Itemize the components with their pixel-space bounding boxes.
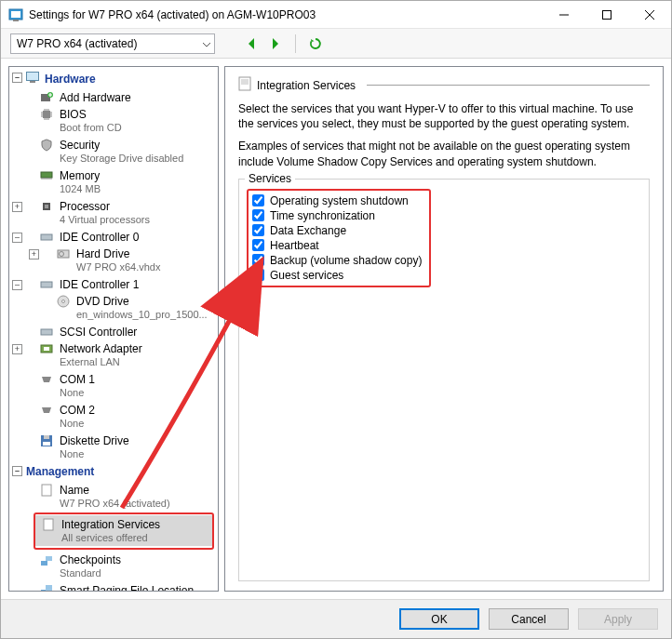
nav-integration-services-highlight: Integration Services All services offere… (34, 513, 214, 550)
title-divider (367, 85, 650, 86)
svg-rect-11 (43, 111, 50, 118)
nav-diskette[interactable]: Diskette Drive (9, 432, 218, 448)
network-icon (39, 341, 54, 356)
service-checkbox-guest[interactable]: Guest services (252, 268, 422, 283)
services-highlight: Operating system shutdown Time synchroni… (247, 189, 431, 287)
minimize-button[interactable] (543, 1, 585, 29)
titlebar: Settings for W7 PRO x64 (activated) on A… (1, 1, 671, 29)
collapse-icon[interactable]: – (12, 233, 22, 243)
svg-rect-18 (41, 282, 52, 287)
svg-rect-4 (603, 10, 612, 19)
nav-ide1[interactable]: –IDE Controller 1 (9, 275, 218, 292)
svg-rect-28 (44, 519, 53, 530)
collapse-icon[interactable]: – (12, 73, 22, 83)
controller-icon (39, 277, 54, 292)
nav-network-detail: External LAN (9, 356, 218, 370)
expand-icon[interactable]: + (12, 202, 22, 212)
checkbox-input[interactable] (252, 194, 264, 206)
nav-checkpoints[interactable]: Checkpoints (9, 551, 218, 567)
nav-hard-drive[interactable]: +Hard Drive (9, 245, 218, 261)
nav-forward-button[interactable] (265, 33, 286, 54)
nav-intsvc-detail: All services offered (35, 532, 212, 546)
svg-rect-30 (46, 556, 52, 561)
nav-memory-detail: 1024 MB (9, 183, 218, 197)
refresh-button[interactable] (305, 33, 326, 54)
expand-icon[interactable]: + (29, 249, 39, 260)
nav-network-adapter[interactable]: +Network Adapter (9, 339, 218, 356)
content-description-2: Examples of services that might not be a… (238, 139, 650, 168)
chevron-down-icon (203, 37, 210, 50)
content-pane: Integration Services Select the services… (224, 66, 664, 592)
svg-rect-8 (30, 81, 35, 83)
nav-processor[interactable]: +Processor (9, 197, 218, 214)
service-checkbox-backup[interactable]: Backup (volume shadow copy) (252, 253, 422, 268)
svg-rect-23 (44, 347, 49, 351)
nav-com1-detail: None (9, 387, 218, 401)
svg-rect-14 (45, 205, 48, 208)
shield-icon (39, 138, 54, 153)
nav-ide0[interactable]: –IDE Controller 0 (9, 228, 218, 245)
management-header[interactable]: –Management (9, 462, 218, 481)
cancel-button[interactable]: Cancel (489, 608, 569, 630)
nav-back-button[interactable] (241, 33, 262, 54)
nav-dvd-drive[interactable]: DVD Drive (9, 292, 218, 309)
paging-icon (39, 583, 54, 591)
service-checkbox-heartbeat[interactable]: Heartbeat (252, 238, 422, 253)
monitor-icon (26, 72, 39, 86)
memory-icon (39, 168, 54, 183)
nav-diskette-detail: None (9, 448, 218, 462)
collapse-icon[interactable]: – (12, 280, 22, 290)
nav-security[interactable]: Security (9, 136, 218, 153)
svg-rect-29 (41, 561, 47, 566)
nav-integration-services[interactable]: Integration Services (35, 515, 212, 532)
checkbox-input[interactable] (252, 239, 264, 251)
nav-hdd-detail: W7 PRO x64.vhdx (9, 261, 218, 275)
dvd-icon (56, 294, 71, 309)
nav-com2-detail: None (9, 418, 218, 432)
toolbar-separator (295, 34, 296, 53)
svg-rect-15 (41, 234, 52, 240)
nav-memory[interactable]: Memory (9, 166, 218, 183)
svg-rect-32 (46, 585, 52, 591)
nav-add-hardware[interactable]: Add Hardware (9, 88, 218, 105)
nav-bios-detail: Boot from CD (9, 122, 218, 136)
svg-point-20 (62, 300, 65, 303)
service-checkbox-time-sync[interactable]: Time synchronization (252, 208, 422, 223)
nav-name[interactable]: Name (9, 481, 218, 498)
serial-port-icon (39, 403, 54, 418)
checkbox-input[interactable] (252, 224, 264, 236)
document-icon (39, 483, 54, 498)
maximize-button[interactable] (585, 1, 628, 29)
nav-bios[interactable]: BIOS (9, 105, 218, 122)
ok-button[interactable]: OK (399, 608, 479, 630)
checkbox-input[interactable] (252, 254, 264, 266)
vm-selector-dropdown[interactable]: W7 PRO x64 (activated) (10, 33, 215, 54)
checkbox-input[interactable] (252, 209, 264, 221)
svg-rect-2 (13, 20, 19, 21)
content-description-1: Select the services that you want Hyper-… (238, 101, 650, 131)
nav-paging-location[interactable]: Smart Paging File Location (9, 581, 218, 591)
content-title: Integration Services (238, 76, 650, 94)
hardware-header[interactable]: –Hardware (9, 69, 218, 88)
service-checkbox-data-exchange[interactable]: Data Exchange (252, 223, 422, 238)
nav-processor-detail: 4 Virtual processors (9, 214, 218, 228)
expand-icon[interactable]: + (12, 344, 22, 354)
nav-com2[interactable]: COM 2 (9, 401, 218, 418)
svg-rect-21 (41, 329, 52, 335)
dialog-footer: OK Cancel Apply (1, 599, 671, 638)
svg-rect-25 (44, 435, 49, 439)
service-checkbox-os-shutdown[interactable]: Operating system shutdown (252, 193, 422, 208)
checkpoints-icon (39, 552, 54, 567)
svg-rect-7 (27, 73, 39, 81)
apply-button: Apply (578, 608, 658, 630)
add-hardware-icon (39, 90, 54, 105)
collapse-icon[interactable]: – (12, 466, 22, 476)
checkbox-input[interactable] (252, 269, 264, 281)
nav-name-detail: W7 PRO x64 (activated) (9, 498, 218, 512)
nav-com1[interactable]: COM 1 (9, 370, 218, 387)
document-icon (41, 517, 56, 532)
close-button[interactable] (628, 1, 671, 29)
nav-scsi[interactable]: SCSI Controller (9, 323, 218, 339)
window-title: Settings for W7 PRO x64 (activated) on A… (29, 8, 543, 21)
controller-icon (39, 325, 54, 339)
